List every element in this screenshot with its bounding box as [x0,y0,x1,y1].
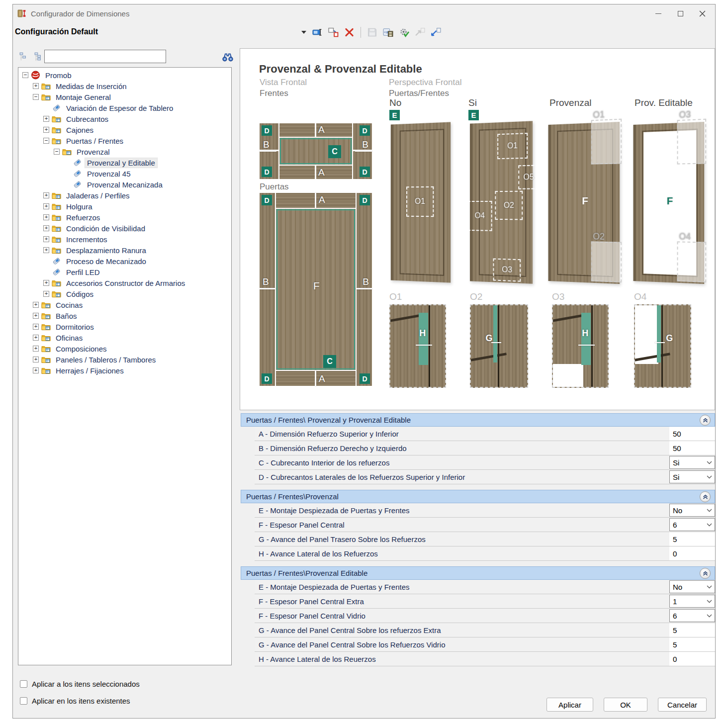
tree-item-provenzal-45[interactable]: Provenzal 45 [18,168,231,179]
property-value-field[interactable]: 50 [669,427,715,441]
puertas-frentes-label: Puertas/Frentes [389,89,449,98]
puertas-left-stile [260,193,275,386]
tree-expand-toggle[interactable]: + [43,225,49,231]
export-button[interactable] [414,26,426,38]
import-button[interactable] [430,26,442,38]
rename-configuration-button[interactable] [311,26,324,38]
apply-existing-items-checkbox[interactable] [20,697,27,705]
binoculars-search-icon [222,51,234,62]
tree-expand-toggle[interactable]: + [43,116,49,122]
minimize-button[interactable] [647,6,669,21]
tree-item-refuerzos[interactable]: +Refuerzos [18,212,231,223]
search-button[interactable] [221,50,235,63]
tree-item-accesorios-constructor-de-armarios[interactable]: +Accesorios Constructor de Armarios [18,277,231,288]
tree-expand-toggle[interactable]: + [43,291,49,297]
cancel-button[interactable]: Cancelar [658,698,707,712]
tree-item-condici-n-de-visibilidad[interactable]: +Condición de Visibilidad [18,223,231,234]
tree-item-cubrecantos[interactable]: +Cubrecantos [18,113,231,124]
collapse-all-button[interactable] [18,51,30,63]
tree-expand-toggle[interactable]: + [43,203,49,209]
property-dropdown[interactable]: 6 [669,518,715,531]
tree-expand-toggle[interactable]: + [43,247,49,253]
tree-expand-toggle[interactable]: + [33,346,39,352]
tree-item-desplazamiento-ranura[interactable]: +Desplazamiento Ranura [18,245,231,256]
tree-expand-toggle[interactable]: + [33,357,39,362]
tree-expand-toggle[interactable]: + [33,83,39,89]
tree-collapse-toggle[interactable]: − [43,138,49,144]
tree-expand-toggle[interactable]: + [33,335,39,341]
tree-item-proceso-de-mecanizado[interactable]: Proceso de Mecanizado [18,256,231,267]
tree-search-input[interactable] [44,50,166,63]
tree-item-perfil-led[interactable]: Perfil LED [18,267,231,277]
tree-collapse-toggle[interactable]: − [54,149,60,155]
save-button[interactable] [366,26,378,38]
property-dropdown[interactable]: 1 [669,595,715,608]
tree-item-holgura[interactable]: +Holgura [18,201,231,212]
expand-all-button[interactable] [33,51,45,63]
tree-item-c-digos[interactable]: +Códigos [18,288,231,299]
tree-item-provenzal-y-editable[interactable]: Provenzal y Editable [18,157,231,168]
tree-item-montaje-general[interactable]: −Montaje General [18,91,231,102]
dim-b-label: B [263,276,269,287]
teal-highlight-strip [419,313,428,365]
collapse-section-button[interactable] [700,415,711,426]
tree-item-dormitorios[interactable]: +Dormitorios [18,321,231,332]
tree-item-puertas-frentes[interactable]: −Puertas / Frentes [18,135,231,146]
apply-selected-items-checkbox-row[interactable]: Aplicar a los itens seleccionados [20,680,140,688]
tree-item-cocinas[interactable]: +Cocinas [18,299,231,310]
tree-item-promob[interactable]: −Promob [18,70,231,81]
apply-existing-items-checkbox-row[interactable]: Aplicar en los itens existentes [20,697,130,705]
delete-configuration-button[interactable] [343,26,356,38]
apply-selected-items-checkbox[interactable] [20,680,27,688]
configuration-name[interactable]: Configuración Default [15,27,98,36]
tree-expand-toggle[interactable]: + [43,280,49,286]
property-value-field[interactable]: 0 [669,652,715,666]
tree-item-incrementos[interactable]: +Incrementos [18,234,231,245]
property-value-field[interactable]: 0 [669,546,715,560]
collapse-section-button[interactable] [700,491,711,502]
tree-item-paneles-tableros-tambores[interactable]: +Paneles / Tableros / Tambores [18,354,231,365]
dim-a-label: A [319,194,325,205]
tree-item-oficinas[interactable]: +Oficinas [18,332,231,343]
apply-settings-button[interactable] [398,26,410,38]
tree-item-composiciones[interactable]: +Composiciones [18,343,231,354]
close-button[interactable] [691,6,713,21]
tree-item-cajones[interactable]: +Cajones [18,124,231,135]
tree-expand-toggle[interactable]: + [43,192,49,198]
property-row-b-dimensi-n-refuer: B - Dimensión Refuerzo Derecho y Izquier… [255,441,715,455]
tree-expand-toggle[interactable]: + [43,127,49,133]
save-configuration-file-button[interactable]: <a> [382,26,394,38]
configuration-dropdown-caret-icon[interactable] [301,31,306,34]
tree-expand-toggle[interactable]: + [33,367,39,373]
tree-item-provenzal[interactable]: −Provenzal [18,146,231,157]
tree-expand-toggle[interactable]: + [43,236,49,242]
tree-expand-toggle[interactable]: + [33,302,39,308]
property-value-field[interactable]: 5 [669,532,715,546]
globe-icon [31,71,40,80]
tree-item-variaci-n-de-espesor-de-tablero[interactable]: Variación de Espesor de Tablero [18,102,231,113]
duplicate-configuration-button[interactable] [327,26,340,38]
property-dropdown[interactable]: No [669,580,715,593]
property-dropdown[interactable]: 6 [669,609,715,622]
collapse-section-button[interactable] [700,568,711,579]
ok-button[interactable]: OK [604,698,647,712]
tree-expand-toggle[interactable]: + [33,324,39,330]
tree-item-medidas-de-inserci-n[interactable]: +Medidas de Inserción [18,81,231,91]
tree-expand-toggle[interactable]: + [33,313,39,319]
tree-item-jaladeras-perfiles[interactable]: +Jaladeras / Perfiles [18,190,231,201]
property-value-field[interactable]: 50 [669,441,715,455]
tree-collapse-toggle[interactable]: − [22,72,28,78]
tree-item-provenzal-mecanizada[interactable]: Provenzal Mecanizada [18,179,231,190]
tree-collapse-toggle[interactable]: − [33,94,39,100]
property-value-field[interactable]: 5 [669,637,715,651]
property-dropdown[interactable]: Si [669,470,715,483]
maximize-button[interactable] [669,6,691,21]
property-value-field[interactable]: 5 [669,623,715,637]
tree-expand-toggle[interactable]: + [43,214,49,220]
tree-item-herrajes-fijaciones[interactable]: +Herrajes / Fijaciones [18,365,231,376]
property-dropdown[interactable]: Si [669,456,715,469]
apply-button[interactable]: Aplicar [546,698,593,712]
property-dropdown[interactable]: No [669,504,715,517]
tree-item-ba-os[interactable]: +Baños [18,310,231,321]
tree-item-label: Promob [43,71,74,80]
